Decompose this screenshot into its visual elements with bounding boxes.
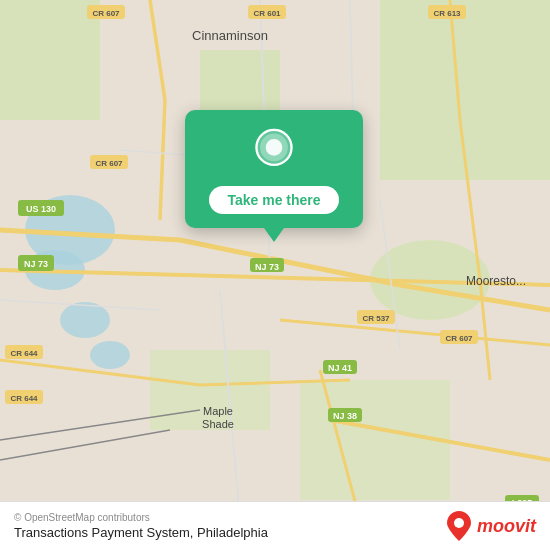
moovit-brand-text: moovit [477,516,536,537]
svg-text:NJ 73: NJ 73 [255,262,279,272]
svg-line-14 [150,0,165,100]
svg-text:NJ 38: NJ 38 [333,411,357,421]
svg-text:Cinnaminson: Cinnaminson [192,28,268,43]
svg-point-2 [60,302,110,338]
svg-point-3 [90,341,130,369]
svg-rect-4 [0,0,100,120]
moovit-icon [445,510,473,542]
svg-rect-6 [300,380,450,500]
svg-line-15 [160,100,165,220]
svg-text:CR 537: CR 537 [362,314,390,323]
svg-line-63 [0,430,170,460]
take-me-there-button[interactable]: Take me there [209,186,338,214]
svg-text:CR 607: CR 607 [445,334,473,343]
destination-label: Transactions Payment System, Philadelphi… [14,525,268,540]
svg-text:US 130: US 130 [26,204,56,214]
map-container: US 130 NJ 73 NJ 73 CR 607 CR 601 CR 613 … [0,0,550,550]
location-pin-icon [250,128,298,176]
popup-card: Take me there [185,110,363,228]
bottom-left-info: © OpenStreetMap contributors Transaction… [14,512,268,540]
moovit-logo: moovit [445,510,536,542]
svg-text:CR 607: CR 607 [95,159,123,168]
svg-text:CR 607: CR 607 [92,9,120,18]
svg-text:CR 644: CR 644 [10,394,38,403]
svg-text:NJ 41: NJ 41 [328,363,352,373]
osm-attribution: © OpenStreetMap contributors [14,512,268,523]
svg-text:NJ 73: NJ 73 [24,259,48,269]
svg-text:Shade: Shade [202,418,234,430]
svg-text:CR 613: CR 613 [433,9,461,18]
svg-line-19 [280,320,550,345]
svg-point-66 [266,139,283,156]
map-svg: US 130 NJ 73 NJ 73 CR 607 CR 601 CR 613 … [0,0,550,550]
svg-text:CR 644: CR 644 [10,349,38,358]
svg-text:CR 601: CR 601 [253,9,281,18]
bottom-bar: © OpenStreetMap contributors Transaction… [0,501,550,550]
svg-text:Mooresto...: Mooresto... [466,274,526,288]
svg-rect-9 [200,50,280,110]
svg-point-68 [454,518,464,528]
svg-text:Maple: Maple [203,405,233,417]
